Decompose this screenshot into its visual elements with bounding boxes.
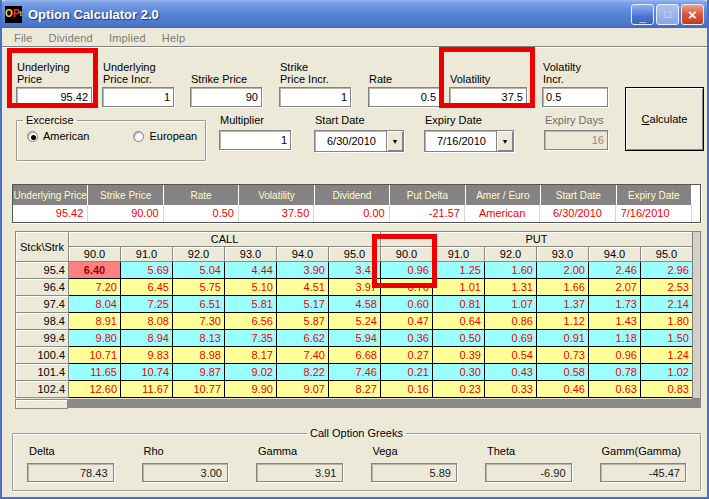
grid-cell-call[interactable]: 11.67 (121, 381, 173, 398)
grid-cell-put[interactable]: 0.60 (381, 296, 433, 313)
grid-cell-call[interactable]: 11.65 (69, 364, 121, 381)
grid-cell-call[interactable]: 9.90 (225, 381, 277, 398)
grid-cell-call[interactable]: 10.74 (121, 364, 173, 381)
grid-cell-put[interactable]: 1.37 (537, 296, 589, 313)
start-date-combobox[interactable]: 6/30/2010 ▼ (314, 130, 404, 152)
grid-cell-put[interactable]: 1.12 (537, 313, 589, 330)
grid-cell-put[interactable]: 0.81 (433, 296, 485, 313)
minimize-button[interactable]: _ (631, 4, 654, 25)
grid-cell-call[interactable]: 6.40 (69, 262, 121, 279)
strike-price-incr-input[interactable] (279, 87, 351, 107)
grid-cell-call[interactable]: 5.04 (173, 262, 225, 279)
grid-vertical-scrollbar[interactable] (692, 231, 701, 399)
grid-cell-call[interactable]: 5.10 (225, 279, 277, 296)
expiry-date-dropdown-icon[interactable]: ▼ (496, 131, 513, 151)
menu-item-dividend[interactable]: Dividend (41, 32, 101, 44)
grid-cell-put[interactable]: 0.63 (589, 381, 641, 398)
grid-cell-put[interactable]: 0.96 (589, 347, 641, 364)
grid-cell-call[interactable]: 8.08 (121, 313, 173, 330)
grid-cell-put[interactable]: 1.73 (589, 296, 641, 313)
grid-cell-put[interactable]: 0.27 (381, 347, 433, 364)
grid-cell-put[interactable]: 0.96 (381, 262, 433, 279)
grid-cell-put[interactable]: 0.33 (485, 381, 537, 398)
grid-cell-call[interactable]: 8.94 (121, 330, 173, 347)
grid-cell-call[interactable]: 7.35 (225, 330, 277, 347)
grid-cell-put[interactable]: 0.78 (589, 364, 641, 381)
grid-cell-call[interactable]: 10.71 (69, 347, 121, 364)
grid-cell-put[interactable]: 2.14 (641, 296, 693, 313)
grid-cell-put[interactable]: 1.43 (589, 313, 641, 330)
maximize-button[interactable]: □ (656, 4, 679, 25)
volatility-incr-input[interactable] (542, 87, 608, 107)
grid-cell-put[interactable]: 0.76 (381, 279, 433, 296)
grid-cell-put[interactable]: 1.07 (485, 296, 537, 313)
menu-item-implied[interactable]: Implied (101, 32, 154, 44)
grid-cell-put[interactable]: 0.50 (433, 330, 485, 347)
grid-cell-put[interactable]: 0.58 (537, 364, 589, 381)
grid-cell-call[interactable]: 9.87 (173, 364, 225, 381)
grid-cell-call[interactable]: 7.25 (121, 296, 173, 313)
grid-cell-put[interactable]: 0.54 (485, 347, 537, 364)
grid-cell-put[interactable]: 0.69 (485, 330, 537, 347)
grid-cell-call[interactable]: 7.20 (69, 279, 121, 296)
grid-cell-call[interactable]: 8.17 (225, 347, 277, 364)
close-button[interactable]: × (681, 4, 704, 25)
grid-cell-call[interactable]: 6.45 (121, 279, 173, 296)
grid-cell-put[interactable]: 0.16 (381, 381, 433, 398)
grid-cell-put[interactable]: 0.46 (537, 381, 589, 398)
grid-cell-call[interactable]: 8.13 (173, 330, 225, 347)
grid-cell-call[interactable]: 7.46 (329, 364, 381, 381)
rate-input[interactable] (368, 87, 440, 107)
grid-cell-put[interactable]: 0.23 (433, 381, 485, 398)
grid-cell-call[interactable]: 7.30 (173, 313, 225, 330)
grid-cell-call[interactable]: 6.62 (277, 330, 329, 347)
grid-cell-call[interactable]: 10.77 (173, 381, 225, 398)
grid-cell-put[interactable]: 0.83 (641, 381, 693, 398)
grid-cell-put[interactable]: 0.86 (485, 313, 537, 330)
grid-cell-call[interactable]: 9.07 (277, 381, 329, 398)
grid-cell-put[interactable]: 0.21 (381, 364, 433, 381)
grid-cell-put[interactable]: 2.07 (589, 279, 641, 296)
grid-cell-put[interactable]: 1.80 (641, 313, 693, 330)
grid-cell-call[interactable]: 9.02 (225, 364, 277, 381)
grid-cell-call[interactable]: 5.69 (121, 262, 173, 279)
grid-cell-put[interactable]: 1.24 (641, 347, 693, 364)
radio-european[interactable]: European (133, 130, 197, 142)
volatility-input[interactable] (449, 87, 527, 107)
radio-american[interactable]: American (27, 130, 89, 142)
grid-cell-put[interactable]: 1.50 (641, 330, 693, 347)
grid-cell-put[interactable]: 0.43 (485, 364, 537, 381)
grid-cell-put[interactable]: 0.64 (433, 313, 485, 330)
grid-cell-call[interactable]: 8.91 (69, 313, 121, 330)
grid-cell-call[interactable]: 8.98 (173, 347, 225, 364)
calculate-button[interactable]: Calculate (625, 87, 704, 151)
grid-cell-put[interactable]: 2.00 (537, 262, 589, 279)
grid-cell-call[interactable]: 5.24 (329, 313, 381, 330)
strike-price-input[interactable] (190, 87, 262, 107)
grid-cell-put[interactable]: 1.18 (589, 330, 641, 347)
expiry-date-combobox[interactable]: 7/16/2010 ▼ (424, 130, 514, 152)
grid-cell-put[interactable]: 1.66 (537, 279, 589, 296)
grid-cell-put[interactable]: 0.47 (381, 313, 433, 330)
grid-cell-put[interactable]: 1.01 (433, 279, 485, 296)
grid-cell-call[interactable]: 9.83 (121, 347, 173, 364)
grid-cell-call[interactable]: 6.68 (329, 347, 381, 364)
grid-cell-call[interactable]: 12.60 (69, 381, 121, 398)
grid-cell-put[interactable]: 0.30 (433, 364, 485, 381)
grid-cell-put[interactable]: 0.73 (537, 347, 589, 364)
start-date-dropdown-icon[interactable]: ▼ (386, 131, 403, 151)
grid-cell-put[interactable]: 2.96 (641, 262, 693, 279)
grid-cell-call[interactable]: 6.51 (173, 296, 225, 313)
grid-cell-call[interactable]: 8.04 (69, 296, 121, 313)
grid-cell-put[interactable]: 0.39 (433, 347, 485, 364)
grid-cell-call[interactable]: 5.87 (277, 313, 329, 330)
grid-cell-put[interactable]: 1.25 (433, 262, 485, 279)
grid-cell-call[interactable]: 3.41 (329, 262, 381, 279)
grid-cell-call[interactable]: 6.56 (225, 313, 277, 330)
grid-cell-put[interactable]: 1.02 (641, 364, 693, 381)
grid-cell-call[interactable]: 5.17 (277, 296, 329, 313)
grid-cell-put[interactable]: 1.31 (485, 279, 537, 296)
grid-cell-call[interactable]: 4.51 (277, 279, 329, 296)
menu-item-file[interactable]: File (6, 32, 41, 44)
grid-cell-call[interactable]: 8.22 (277, 364, 329, 381)
